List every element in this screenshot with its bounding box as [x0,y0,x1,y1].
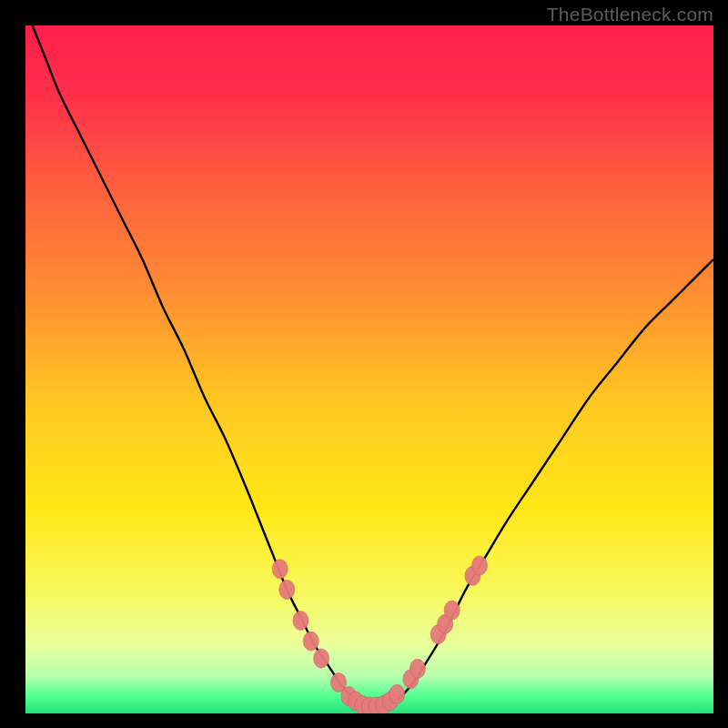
marker-point [272,560,288,579]
marker-point [293,611,308,630]
marker-point [389,684,405,703]
watermark-text: TheBottleneck.com [547,4,713,25]
marker-point [303,632,318,651]
marker-point [410,659,425,678]
marker-point [471,556,487,575]
marker-point [444,601,460,620]
marker-point [314,649,329,668]
bottleneck-chart-svg [25,25,713,713]
plot-area [25,25,713,713]
chart-frame: TheBottleneck.com [0,0,728,728]
marker-point [279,580,295,599]
